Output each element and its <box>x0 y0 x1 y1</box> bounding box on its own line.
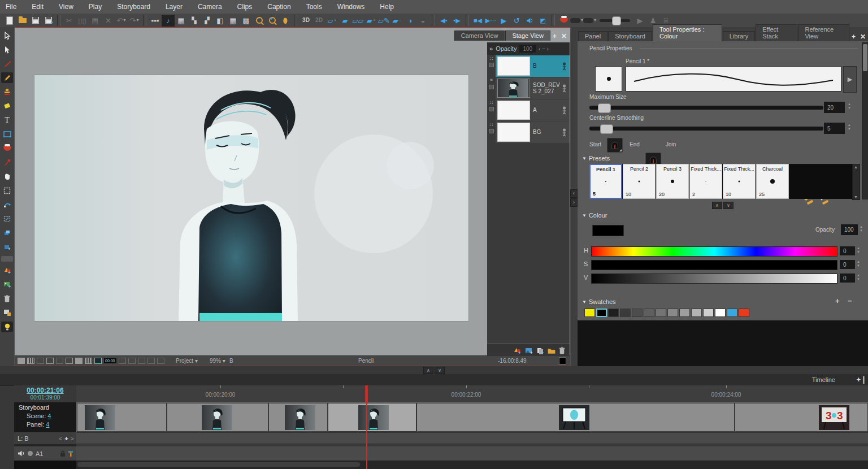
smoothing-slider-handle[interactable] <box>600 124 613 134</box>
colour-preview-icon[interactable] <box>557 15 570 27</box>
current-colour-indicator[interactable] <box>559 357 566 364</box>
menu-help[interactable]: Help <box>380 3 394 11</box>
menu-camera[interactable]: Camera <box>198 3 222 11</box>
menu-play[interactable]: Play <box>89 3 102 11</box>
saturation-value-field[interactable]: 0 <box>840 260 855 269</box>
lock-layer-button[interactable] <box>1 307 13 318</box>
next-layer-icon[interactable]: > <box>71 435 74 442</box>
paint-tool[interactable] <box>1 143 13 154</box>
camera-mask-icon[interactable] <box>27 358 34 364</box>
filled-box-icon[interactable] <box>75 358 83 364</box>
field-grid-icon[interactable] <box>46 358 54 364</box>
2d-toggle-icon[interactable]: 2D <box>313 15 326 27</box>
colour-opacity-spinner[interactable]: ▲▼ <box>860 225 863 232</box>
curve-overlay-icon[interactable] <box>147 358 155 364</box>
zoom-level-dropdown[interactable]: 99% ▾ <box>210 358 225 364</box>
brush-tool[interactable] <box>1 58 13 69</box>
text-tool[interactable]: T <box>1 115 13 125</box>
colour-header[interactable]: ▼ Colour <box>582 212 607 219</box>
create-layer-on-all-panels-tool[interactable]: + <box>1 242 13 253</box>
layer-track-row[interactable] <box>76 432 868 444</box>
copy-icon[interactable]: ▯▯ <box>76 15 89 27</box>
prev-layer-icon[interactable]: < <box>59 435 62 442</box>
tab-effect-stack[interactable]: Effect Stack <box>756 24 797 41</box>
camera-overlay-icon[interactable] <box>157 358 164 364</box>
swatch[interactable] <box>620 309 631 317</box>
timeline-horizontal-scrollbar[interactable] <box>77 462 360 467</box>
light-table-icon[interactable] <box>561 128 567 137</box>
menu-layer[interactable]: Layer <box>166 3 183 11</box>
tab-library[interactable]: Library <box>723 31 756 41</box>
layer-row[interactable]: ❝ SOD_REVS 2_027 <box>487 77 570 99</box>
collapse-right-icon[interactable]: › <box>570 198 578 207</box>
opacity-value-field[interactable]: 100 <box>519 45 536 53</box>
add-panel-tab-button[interactable]: + <box>849 32 858 41</box>
pencil-tool[interactable] <box>1 72 13 83</box>
value-value-field[interactable]: 0 <box>840 273 855 283</box>
swatch[interactable] <box>608 309 619 317</box>
next-panel-icon[interactable]: •▶ <box>450 15 463 27</box>
save-icon[interactable] <box>29 15 42 27</box>
menu-clips[interactable]: Clips <box>237 3 253 11</box>
saturation-spinner[interactable]: ▲▼ <box>857 260 860 267</box>
splitter-up-icon[interactable]: ∧ <box>712 202 722 209</box>
play-icon[interactable]: ▶ <box>497 15 510 27</box>
cut-icon[interactable]: ✂ <box>63 15 76 27</box>
splitter-up-icon[interactable]: ∧ <box>423 367 433 374</box>
layer-drag-handle[interactable]: ∷ <box>487 55 496 77</box>
collapse-colour-icon[interactable]: ▼ <box>582 213 587 218</box>
hue-value-field[interactable]: 0 <box>840 246 855 255</box>
thumbnails-grid-icon[interactable]: ▦ <box>175 15 188 27</box>
tool-sidebar-scrollbar[interactable] <box>1 256 13 262</box>
panel-pair-icon[interactable]: ▚ <box>188 15 201 27</box>
brush-preset-dropdown[interactable]: ▾ <box>570 15 583 27</box>
rectangle-tool[interactable] <box>1 129 13 140</box>
close-view-button[interactable]: ✕ <box>559 32 569 41</box>
layer-thumbnail[interactable] <box>497 101 530 120</box>
max-size-slider-handle[interactable] <box>598 103 611 113</box>
add-view-button[interactable]: + <box>550 32 559 41</box>
preset-fixed-thick-10[interactable]: Fixed Thick... 10 <box>723 164 756 199</box>
layer-row[interactable]: ∷ A <box>487 99 570 121</box>
preset-pencil-1[interactable]: Pencil 1 5 <box>589 164 622 199</box>
new-file-icon[interactable] <box>3 15 16 27</box>
sound-scrub-icon[interactable]: ◩ <box>536 15 549 27</box>
start-cap-button[interactable] <box>607 138 623 153</box>
undo-icon[interactable]: ↶▾ <box>115 15 128 27</box>
draw-behind-icon[interactable] <box>94 358 102 364</box>
smoothing-spinner[interactable]: ▲▼ <box>848 123 851 131</box>
first-frame-icon[interactable]: ■◀ <box>471 15 484 27</box>
audio-jack-icon[interactable] <box>68 450 73 457</box>
timeline-header-icons[interactable]: +❘ <box>857 375 867 384</box>
add-vector-layer-button[interactable]: + <box>1 265 13 276</box>
menu-storyboard[interactable]: Storyboard <box>117 3 150 11</box>
saturation-slider[interactable] <box>591 260 837 270</box>
layer-drag-handle[interactable]: ❝ <box>487 77 496 99</box>
preset-pencil-2[interactable]: Pencil 2 10 <box>623 164 656 199</box>
duplicate-layer-icon[interactable]: + <box>536 346 544 354</box>
timecode-overlay-badge[interactable]: 00:00 <box>104 358 116 363</box>
marquee-select-tool[interactable] <box>1 185 13 196</box>
max-size-slider[interactable] <box>589 106 823 110</box>
timeline-panel-clip[interactable] <box>735 403 868 432</box>
grid-table-icon[interactable] <box>85 358 92 364</box>
size-preset-dropdown[interactable]: ▾ <box>583 15 596 27</box>
hand-tool[interactable] <box>1 171 13 182</box>
layer-thumbnail[interactable] <box>497 57 530 76</box>
swatch[interactable] <box>644 309 654 317</box>
play-selection-icon[interactable]: ▶⋯ <box>484 15 497 27</box>
collapse-left-icon[interactable]: ‹ <box>570 189 578 198</box>
hue-slider[interactable] <box>591 246 837 257</box>
open-file-icon[interactable] <box>16 15 29 27</box>
record-icon[interactable] <box>28 451 33 456</box>
redo-icon[interactable]: ↷▾ <box>128 15 141 27</box>
select-tool[interactable] <box>1 30 13 41</box>
delete-layer-icon[interactable] <box>559 346 567 354</box>
tab-panel[interactable]: Panel <box>578 31 607 41</box>
light-table-icon[interactable] <box>561 106 567 115</box>
tab-reference-view[interactable]: Reference View <box>798 24 849 41</box>
save-all-icon[interactable]: + <box>42 15 55 27</box>
swatch[interactable] <box>656 309 666 317</box>
timecode-display[interactable]: 00:00:21:06 00:01:39:00 <box>14 385 76 402</box>
swatch[interactable] <box>667 309 678 317</box>
